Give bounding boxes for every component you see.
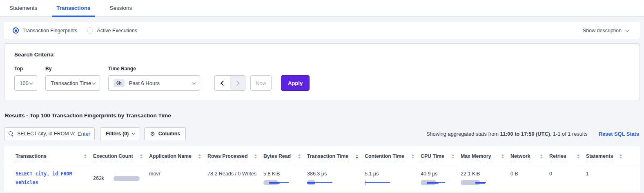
- table-row: SELECT city, id FROM vehicles 262k movr …: [4, 165, 640, 193]
- chevron-down-icon: [29, 81, 33, 85]
- tab-sessions[interactable]: Sessions: [106, 0, 136, 17]
- column-header-network: Network: [510, 153, 549, 161]
- sort-icon[interactable]: [577, 154, 579, 159]
- cpu-time-bar: [421, 180, 447, 185]
- tab-statements[interactable]: Statements: [5, 0, 41, 17]
- max-memory-bar: [461, 180, 487, 185]
- column-header-cpu-time: CPU Time: [421, 153, 461, 161]
- sort-icon[interactable]: [140, 154, 143, 159]
- bytes-read-value: 5.8 KiB: [263, 171, 280, 177]
- by-label: By: [45, 66, 100, 72]
- radio-transaction-fingerprints-label: Transaction Fingerprints: [22, 28, 77, 34]
- time-range-field-group: Time Range 6h Past 6 Hours: [108, 66, 200, 91]
- radio-transaction-fingerprints[interactable]: Transaction Fingerprints: [13, 27, 77, 34]
- cell-retries: 0: [549, 170, 586, 187]
- search-enter-button[interactable]: Enter: [78, 131, 90, 137]
- rows-processed-value: 78.2 Reads / 0 Writes: [207, 171, 256, 177]
- sort-icon[interactable]: [298, 154, 301, 159]
- stats-suffix: , 1-1 of 1 results: [550, 131, 588, 137]
- view-mode-card: Transaction Fingerprints Active Executio…: [4, 22, 640, 39]
- sort-icon[interactable]: [254, 154, 257, 159]
- next-time-window-button[interactable]: [230, 75, 245, 91]
- cell-execution-count: 262k: [93, 170, 149, 187]
- by-select[interactable]: Transaction Time: [45, 75, 100, 91]
- stats-time-range: 11:00 to 17:59 (UTC): [500, 131, 550, 137]
- now-button[interactable]: Now: [250, 75, 272, 91]
- sort-icon[interactable]: [540, 154, 543, 159]
- bytes-read-bar: [263, 180, 290, 185]
- sort-icon[interactable]: [501, 154, 504, 159]
- transaction-fingerprint-link[interactable]: SELECT city, id FROM vehicles: [16, 170, 81, 187]
- contention-time-bar: [365, 180, 391, 185]
- column-header-label[interactable]: Network: [510, 153, 530, 161]
- sort-icon[interactable]: [84, 154, 87, 159]
- filters-button[interactable]: Filters (0): [100, 127, 140, 140]
- apply-button[interactable]: Apply: [281, 75, 310, 91]
- column-header-label[interactable]: Statements: [586, 153, 613, 161]
- chevron-down-icon: [92, 81, 96, 85]
- show-description-label: Show description: [583, 28, 622, 34]
- stats-prefix: Showing aggregated stats from: [426, 131, 500, 137]
- execution-count-value: 262k: [93, 175, 104, 181]
- contention-time-value: 5.1 µs: [365, 171, 379, 177]
- column-header-label[interactable]: Transactions: [16, 153, 47, 161]
- column-header-label[interactable]: Rows Processed: [207, 153, 247, 161]
- radio-active-executions-label: Active Executions: [97, 28, 137, 34]
- network-value: 0 B: [510, 171, 518, 177]
- columns-button[interactable]: ⚙ Columns: [144, 127, 186, 140]
- chevron-down-icon: [132, 131, 135, 135]
- previous-time-window-button[interactable]: [214, 75, 230, 91]
- transaction-time-value: 386.3 µs: [307, 171, 327, 177]
- cell-cpu-time: 40.9 µs: [421, 170, 461, 187]
- top-select-value: 100: [20, 80, 29, 86]
- column-header-label[interactable]: Bytes Read: [263, 153, 291, 161]
- sort-icon[interactable]: [198, 154, 201, 159]
- tab-transactions[interactable]: Transactions: [52, 0, 94, 17]
- cell-network: 0 B: [510, 170, 549, 187]
- column-header-label[interactable]: CPU Time: [421, 153, 444, 161]
- column-header-label[interactable]: Contention Time: [365, 153, 404, 161]
- radio-selected-icon: [13, 27, 19, 34]
- column-header-bytes-read: Bytes Read: [263, 153, 307, 161]
- time-range-value: Past 6 Hours: [129, 80, 160, 86]
- column-header-retries: Retries: [549, 153, 586, 161]
- time-range-select[interactable]: 6h Past 6 Hours: [108, 75, 200, 91]
- column-header-transaction-time: Transaction Time: [307, 153, 365, 161]
- top-select[interactable]: 100: [14, 75, 37, 91]
- transaction-time-bar: [307, 180, 333, 185]
- column-header-execution-count: Execution Count: [93, 153, 149, 161]
- search-criteria-title: Search Criteria: [14, 52, 630, 58]
- column-header-label[interactable]: Transaction Time: [307, 153, 348, 161]
- sort-icon-descending-active[interactable]: [356, 154, 358, 159]
- results-controls-row: Enter Filters (0) ⚙ Columns Showing aggr…: [4, 127, 640, 140]
- time-range-badge: 6h: [114, 79, 125, 87]
- sort-icon[interactable]: [412, 154, 414, 159]
- search-criteria-form: Top 100 By Transaction Time Time Range 6…: [14, 66, 630, 91]
- chevron-left-icon: [221, 81, 226, 86]
- cell-max-memory: 22.1 KiB: [461, 170, 510, 187]
- cell-application-name: movr: [149, 170, 207, 187]
- column-header-label[interactable]: Retries: [549, 153, 566, 161]
- reset-sql-stats-link[interactable]: Reset SQL Stats: [599, 131, 640, 137]
- vertical-divider: [593, 128, 593, 140]
- search-input[interactable]: [17, 131, 75, 137]
- sort-icon[interactable]: [619, 154, 622, 159]
- show-description-toggle[interactable]: Show description: [583, 28, 631, 34]
- column-header-label[interactable]: Execution Count: [93, 153, 133, 161]
- chevron-down-icon: [625, 28, 629, 32]
- time-window-arrows: [214, 75, 245, 91]
- retries-value: 0: [549, 171, 552, 177]
- top-label: Top: [14, 66, 37, 72]
- radio-active-executions[interactable]: Active Executions: [87, 27, 137, 34]
- cpu-time-value: 40.9 µs: [421, 171, 437, 177]
- column-header-label[interactable]: Application Name: [149, 153, 192, 161]
- max-memory-value: 22.1 KiB: [461, 171, 480, 177]
- cell-rows-processed: 78.2 Reads / 0 Writes: [207, 170, 263, 187]
- statement-search-box: Enter: [4, 127, 95, 140]
- column-header-application-name: Application Name: [149, 153, 207, 161]
- statements-value: 1: [586, 171, 589, 177]
- sort-icon[interactable]: [452, 154, 454, 159]
- cell-transaction: SELECT city, id FROM vehicles: [16, 170, 93, 187]
- column-header-label[interactable]: Max Memory: [461, 153, 491, 161]
- aggregated-stats-text: Showing aggregated stats from 11:00 to 1…: [426, 131, 588, 137]
